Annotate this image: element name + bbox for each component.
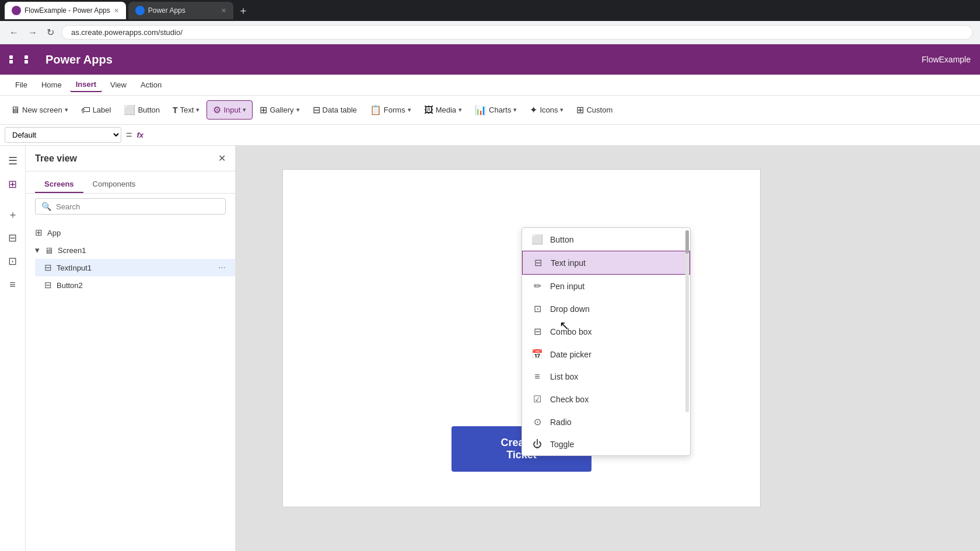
toolbar-charts[interactable]: 📊 Charts ▾ [469, 101, 523, 119]
sidebar-data[interactable]: ⊟ [2, 227, 23, 248]
menu-bar: File Home Insert View Action [0, 75, 980, 96]
dropdown-pen-input[interactable]: ✏ Pen input [522, 275, 690, 297]
toolbar-media[interactable]: 🖼 Media ▾ [418, 101, 468, 119]
waffle-menu[interactable] [9, 55, 38, 64]
menu-file[interactable]: File [9, 78, 33, 92]
textinput1-more[interactable]: ··· [218, 262, 226, 273]
address-bar[interactable]: as.create.powerapps.com/studio/ [61, 25, 973, 40]
input-chevron: ▾ [243, 106, 246, 114]
screen1-icon: 🖥 [44, 245, 53, 255]
app-icon: ⊞ [35, 227, 43, 238]
tree-item-button2[interactable]: ⊟ Button2 [35, 276, 235, 294]
tree-tab-screens[interactable]: Screens [35, 176, 83, 193]
inactive-tab[interactable]: Power Apps ✕ [128, 2, 233, 19]
forms-label: Forms [384, 106, 405, 114]
charts-label: Charts [489, 106, 511, 114]
charts-icon: 📊 [475, 104, 487, 115]
app-header: Power Apps FlowExample [0, 44, 980, 75]
combo-box-dropdown-label: Combo box [550, 327, 592, 336]
menu-insert[interactable]: Insert [70, 78, 102, 92]
text-input-dropdown-icon: ⊟ [532, 257, 544, 268]
radio-dropdown-icon: ⊙ [531, 416, 543, 427]
tab1-favicon [12, 6, 21, 15]
combo-box-dropdown-icon: ⊟ [531, 326, 543, 337]
toolbar-icons[interactable]: ✦ Icons ▾ [524, 101, 569, 119]
toolbar-gallery[interactable]: ⊞ Gallery ▾ [254, 101, 305, 119]
list-box-dropdown-label: List box [550, 372, 578, 381]
sidebar-settings[interactable]: ≡ [2, 274, 23, 295]
active-tab[interactable]: FlowExample - Power Apps ✕ [5, 2, 126, 19]
data-table-label: Data table [323, 106, 357, 114]
button2-icon: ⊟ [44, 280, 52, 290]
button-icon: ⬜ [124, 104, 135, 115]
toolbar-data-table[interactable]: ⊟ Data table [307, 101, 363, 119]
toolbar-input[interactable]: ⚙ Input ▾ [206, 100, 253, 120]
sidebar-variables[interactable]: ⊡ [2, 251, 23, 272]
dropdown-check-box[interactable]: ☑ Check box [522, 388, 690, 410]
formula-bar: Default = fx [0, 125, 980, 146]
forms-icon: 📋 [370, 104, 382, 115]
toolbar-custom[interactable]: ⊞ Custom [570, 101, 618, 119]
tab1-close[interactable]: ✕ [114, 7, 119, 15]
pen-input-dropdown-icon: ✏ [531, 280, 543, 292]
formula-select[interactable]: Default [5, 127, 121, 143]
dropdown-toggle[interactable]: ⏻ Toggle [522, 433, 690, 455]
button-dropdown-icon: ⬜ [531, 234, 543, 245]
radio-dropdown-label: Radio [550, 417, 572, 427]
dropdown-drop-down[interactable]: ⊡ Drop down [522, 297, 690, 320]
toolbar-button[interactable]: ⬜ Button [118, 101, 166, 119]
tab2-close[interactable]: ✕ [221, 7, 226, 15]
forward-button[interactable]: → [26, 25, 40, 40]
dropdown-scrollbar[interactable] [685, 230, 689, 412]
dropdown-text-input[interactable]: ⊟ Text input [522, 251, 690, 275]
menu-view[interactable]: View [104, 78, 132, 92]
icons-chevron: ▾ [560, 106, 564, 114]
menu-home[interactable]: Home [36, 78, 68, 92]
gallery-chevron: ▾ [296, 106, 300, 114]
browser-nav: ← → ↻ as.create.powerapps.com/studio/ [0, 21, 980, 44]
back-button[interactable]: ← [7, 25, 21, 40]
toolbar-text[interactable]: T Text ▾ [167, 102, 205, 118]
button-label: Button [138, 106, 160, 114]
tab2-favicon [135, 6, 145, 15]
new-screen-label: New screen [22, 106, 62, 114]
sidebar-add[interactable]: ＋ [2, 204, 23, 225]
media-chevron: ▾ [459, 106, 462, 114]
toolbar-new-screen[interactable]: 🖥 New screen ▾ [5, 101, 74, 119]
gallery-icon: ⊞ [260, 104, 267, 115]
search-input[interactable] [56, 202, 219, 211]
text-label: Text [180, 106, 194, 114]
toggle-dropdown-label: Toggle [550, 440, 574, 449]
toolbar-label[interactable]: 🏷 Label [75, 101, 117, 119]
tree-tab-components[interactable]: Components [83, 176, 145, 193]
menu-action[interactable]: Action [135, 78, 167, 92]
browser-chrome: FlowExample - Power Apps ✕ Power Apps ✕ … [0, 0, 980, 21]
dropdown-scroll-thumb [685, 230, 689, 254]
dropdown-radio[interactable]: ⊙ Radio [522, 410, 690, 433]
label-icon: 🏷 [81, 105, 90, 115]
dropdown-button[interactable]: ⬜ Button [522, 228, 690, 251]
screen1-chevron-icon: ▾ [35, 245, 40, 255]
sidebar-hamburger[interactable]: ☰ [2, 150, 23, 171]
dropdown-combo-box[interactable]: ⊟ Combo box [522, 320, 690, 343]
tree-items: ⊞ App ▾ 🖥 Screen1 ⊟ TextInput1 ··· ⊟ But… [26, 219, 235, 551]
dropdown-date-picker[interactable]: 📅 Date picker [522, 343, 690, 366]
new-tab-button[interactable]: ＋ [238, 3, 249, 17]
refresh-button[interactable]: ↻ [44, 24, 57, 40]
dropdown-list-box[interactable]: ≡ List box [522, 366, 690, 388]
input-label: Input [223, 106, 240, 114]
data-table-icon: ⊟ [313, 104, 320, 115]
date-picker-dropdown-label: Date picker [550, 350, 592, 359]
tree-item-screen1[interactable]: ▾ 🖥 Screen1 [26, 241, 235, 259]
sidebar-tree[interactable]: ⊞ [2, 174, 23, 195]
check-box-dropdown-label: Check box [550, 395, 589, 404]
tree-item-app[interactable]: ⊞ App [26, 224, 235, 241]
forms-chevron: ▾ [408, 106, 411, 114]
search-icon: 🔍 [41, 202, 51, 211]
toggle-dropdown-icon: ⏻ [531, 439, 543, 450]
toolbar-forms[interactable]: 📋 Forms ▾ [364, 101, 417, 119]
input-dropdown-menu: ⬜ Button ⊟ Text input ✏ Pen input ⊡ Drop… [522, 227, 691, 456]
tree-close-button[interactable]: ✕ [218, 153, 226, 164]
formula-fx: fx [137, 131, 144, 139]
tree-item-textinput1[interactable]: ⊟ TextInput1 ··· [35, 259, 235, 276]
